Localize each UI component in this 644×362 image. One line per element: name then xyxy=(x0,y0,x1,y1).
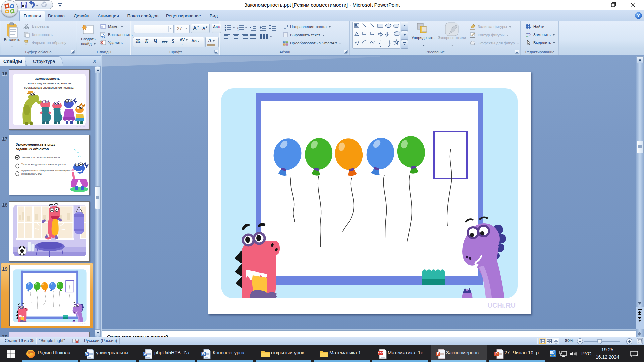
svg-text:Узнаем, что такое закономернос: Узнаем, что такое закономерность xyxy=(21,156,60,159)
svg-text:1: 1 xyxy=(237,25,239,27)
svg-text:Будем учиться обнаруживать зак: Будем учиться обнаруживать закономерност… xyxy=(21,169,73,172)
svg-text:W: W xyxy=(202,352,205,356)
svg-text:3: 3 xyxy=(237,29,239,32)
svg-text:Закономерность в ряду: Закономерность в ряду xyxy=(16,143,56,146)
svg-text:заданных объектов: заданных объектов xyxy=(16,147,49,151)
svg-text:PDF: PDF xyxy=(378,352,383,355)
svg-text:Узнаем, как дополнять закономе: Узнаем, как дополнять закономерность xyxy=(21,163,66,166)
svg-text:P: P xyxy=(495,352,498,356)
svg-text:Закономерность —: Закономерность — xyxy=(35,77,64,80)
svg-text:W: W xyxy=(144,352,147,356)
svg-text:2: 2 xyxy=(237,27,239,29)
svg-text:P: P xyxy=(437,352,439,356)
svg-text:UCHi.RU: UCHi.RU xyxy=(76,126,85,128)
svg-text:это последовательность, котора: это последовательность, которая xyxy=(27,82,71,85)
svg-text:составлена в определённом поря: составлена в определённом порядке. xyxy=(24,86,74,89)
svg-text:W: W xyxy=(85,352,89,356)
svg-text:ab: ab xyxy=(526,32,529,35)
svg-text:ac: ac xyxy=(526,35,528,38)
svg-text:и продолжать ряд: и продолжать ряд xyxy=(21,172,42,175)
